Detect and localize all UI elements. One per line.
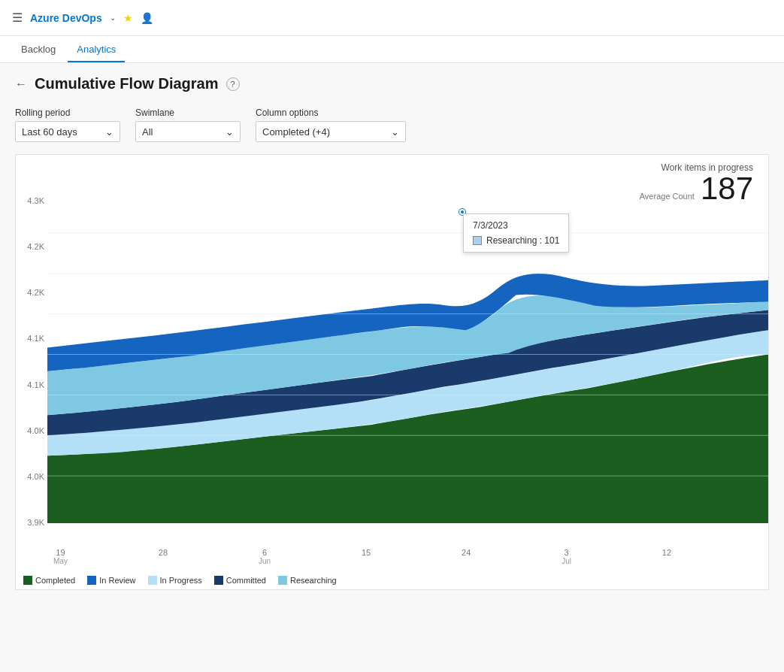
legend-committed: Committed — [214, 576, 266, 585]
chart-svg — [47, 192, 768, 523]
tab-analytics[interactable]: Analytics — [68, 38, 125, 62]
legend-in-review: In Review — [87, 576, 135, 585]
page-header: ← Cumulative Flow Diagram ? — [15, 75, 769, 92]
x-label-jul12: 12 — [662, 548, 671, 565]
rolling-period-select[interactable]: Last 60 days ⌄ — [15, 121, 120, 142]
tooltip-series: Researching : 101 — [486, 235, 559, 246]
column-options-chevron: ⌄ — [391, 126, 399, 138]
nav-tabs: Backlog Analytics — [0, 36, 784, 63]
swimlane-filter: Swimlane All ⌄ — [135, 107, 241, 142]
chart-tooltip: 7/3/2023 Researching : 101 — [463, 213, 569, 253]
main-content: ← Cumulative Flow Diagram ? Rolling peri… — [0, 63, 784, 672]
chart-container: Work items in progress Average Count 187… — [15, 154, 769, 590]
legend-in-review-label: In Review — [99, 576, 135, 585]
page-title: Cumulative Flow Diagram — [35, 75, 219, 92]
legend-in-review-color — [87, 576, 96, 585]
legend-in-progress-label: In Progress — [160, 576, 202, 585]
x-label-jun15: 15 — [362, 548, 371, 565]
rolling-period-chevron: ⌄ — [105, 126, 114, 138]
y-label-8: 3.9K — [27, 518, 44, 527]
y-label-1: 4.3K — [27, 196, 44, 205]
rolling-period-label: Rolling period — [15, 107, 120, 118]
y-label-7: 4.0K — [27, 472, 44, 481]
y-axis: 4.3K 4.2K 4.2K 4.1K 4.1K 4.0K 4.0K 3.9K — [16, 196, 47, 527]
column-options-value: Completed (+4) — [262, 126, 330, 138]
x-label-may28: 28 — [159, 548, 168, 565]
user-icon[interactable]: 👤 — [141, 12, 153, 24]
legend-in-progress: In Progress — [148, 576, 202, 585]
chart-legend: Completed In Review In Progress Committe… — [23, 576, 337, 585]
chevron-down-icon[interactable]: ⌄ — [110, 14, 116, 22]
swimlane-value: All — [142, 126, 153, 138]
x-label-jun24: 24 — [462, 548, 471, 565]
tooltip-color-box — [473, 236, 482, 245]
app-title[interactable]: Azure DevOps — [30, 12, 102, 24]
top-bar: ☰ Azure DevOps ⌄ ★ 👤 — [0, 0, 784, 36]
legend-committed-color — [214, 576, 223, 585]
x-label-jun6: 6 Jun — [259, 548, 271, 565]
legend-completed: Completed — [23, 576, 75, 585]
rolling-period-value: Last 60 days — [22, 126, 77, 138]
x-label-may19: 19 May — [53, 548, 68, 565]
column-options-select[interactable]: Completed (+4) ⌄ — [256, 121, 406, 142]
help-icon[interactable]: ? — [226, 77, 240, 91]
favorite-star-icon[interactable]: ★ — [123, 12, 133, 24]
tooltip-item: Researching : 101 — [473, 235, 559, 246]
y-label-2: 4.2K — [27, 242, 44, 251]
rolling-period-filter: Rolling period Last 60 days ⌄ — [15, 107, 120, 142]
legend-researching-color — [278, 576, 287, 585]
y-label-5: 4.1K — [27, 380, 44, 389]
swimlane-label: Swimlane — [135, 107, 241, 118]
tab-backlog[interactable]: Backlog — [12, 38, 65, 62]
legend-researching: Researching — [278, 576, 337, 585]
swimlane-select[interactable]: All ⌄ — [135, 121, 241, 142]
x-label-jul3: 3 Jul — [562, 548, 571, 565]
legend-researching-label: Researching — [290, 576, 337, 585]
y-label-3: 4.2K — [27, 288, 44, 297]
legend-completed-color — [23, 576, 32, 585]
x-axis: 19 May 28 6 Jun 15 24 3 Jul — [47, 548, 768, 565]
y-label-6: 4.0K — [27, 426, 44, 435]
tooltip-date: 7/3/2023 — [473, 220, 559, 231]
filters-row: Rolling period Last 60 days ⌄ Swimlane A… — [15, 107, 769, 142]
legend-completed-label: Completed — [35, 576, 75, 585]
swimlane-chevron: ⌄ — [226, 126, 234, 138]
column-options-label: Column options — [256, 107, 406, 118]
menu-icon[interactable]: ☰ — [12, 11, 23, 25]
back-arrow-icon[interactable]: ← — [15, 77, 27, 91]
legend-in-progress-color — [148, 576, 157, 585]
y-label-4: 4.1K — [27, 334, 44, 343]
column-options-filter: Column options Completed (+4) ⌄ — [256, 107, 406, 142]
legend-committed-label: Committed — [226, 576, 266, 585]
